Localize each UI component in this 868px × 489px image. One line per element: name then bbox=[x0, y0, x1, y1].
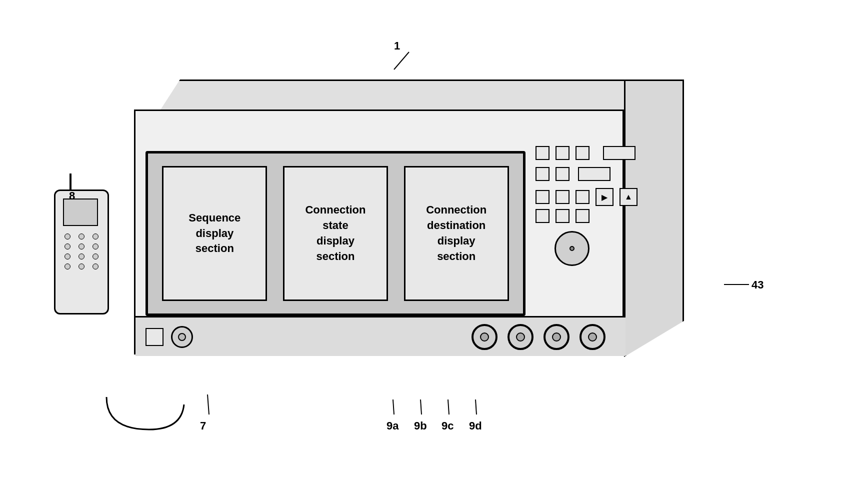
control-panel: ▶ ▲ bbox=[536, 141, 623, 341]
sequence-display-text: Sequencedisplaysection bbox=[188, 210, 240, 256]
indicator-7 bbox=[556, 190, 570, 204]
ref-label-7: 7 bbox=[200, 420, 206, 432]
indicator-6 bbox=[536, 190, 550, 204]
port-9c bbox=[544, 324, 570, 350]
key-8[interactable] bbox=[78, 254, 84, 260]
handheld-keypad bbox=[64, 234, 102, 270]
port-9d bbox=[580, 324, 606, 350]
handheld-screen bbox=[63, 198, 98, 226]
device-top-face bbox=[159, 80, 684, 112]
small-connector-7 bbox=[171, 326, 193, 348]
handheld-antenna bbox=[70, 174, 72, 191]
connection-state-display-section: Connectionstatedisplaysection bbox=[283, 166, 388, 301]
indicator-4 bbox=[536, 167, 550, 181]
indicator-row-4 bbox=[536, 209, 590, 223]
device-front-face: Sequencedisplaysection Connectionstatedi… bbox=[134, 110, 624, 354]
indicator-3 bbox=[576, 146, 590, 160]
ref-label-9b: 9b bbox=[414, 420, 427, 432]
svg-line-10 bbox=[420, 400, 422, 414]
key-2[interactable] bbox=[78, 234, 84, 240]
key-5[interactable] bbox=[78, 244, 84, 250]
key-9[interactable] bbox=[92, 254, 98, 260]
indicator-10 bbox=[556, 209, 570, 223]
svg-line-9 bbox=[393, 400, 394, 414]
sequence-display-section: Sequencedisplaysection bbox=[162, 166, 267, 301]
ref-label-1: 1 bbox=[394, 40, 400, 52]
key-4[interactable] bbox=[64, 244, 70, 250]
rect-button-1[interactable] bbox=[578, 167, 610, 181]
ref-label-8: 8 bbox=[69, 190, 75, 202]
indicator-11 bbox=[576, 209, 590, 223]
key-12[interactable] bbox=[92, 264, 98, 270]
svg-line-12 bbox=[476, 400, 476, 414]
indicator-row-2 bbox=[536, 167, 610, 181]
indicator-8 bbox=[576, 190, 590, 204]
rect-button-2-container bbox=[603, 146, 636, 160]
key-3[interactable] bbox=[92, 234, 98, 240]
ref-label-9a: 9a bbox=[386, 420, 398, 432]
port-9a bbox=[472, 324, 498, 350]
indicator-row-1 bbox=[536, 146, 590, 160]
connection-destination-display-section: Connectiondestinationdisplaysection bbox=[404, 166, 509, 301]
dial-center bbox=[570, 246, 574, 251]
up-button[interactable]: ▲ bbox=[620, 188, 638, 206]
key-6[interactable] bbox=[92, 244, 98, 250]
connection-state-display-text: Connectionstatedisplaysection bbox=[305, 202, 366, 264]
connection-destination-display-text: Connectiondestinationdisplaysection bbox=[426, 202, 486, 264]
handheld-body bbox=[54, 190, 109, 314]
device-right-face bbox=[624, 80, 684, 357]
bottom-square-button[interactable] bbox=[146, 328, 164, 346]
port-9b-inner bbox=[516, 332, 525, 342]
display-panel: Sequencedisplaysection Connectionstatedi… bbox=[146, 151, 526, 316]
indicator-row-3: ▶ ▲ bbox=[536, 188, 638, 206]
ref-label-43: 43 bbox=[752, 278, 764, 292]
port-9b bbox=[508, 324, 534, 350]
key-1[interactable] bbox=[64, 234, 70, 240]
handheld-device-8 bbox=[54, 190, 109, 314]
rect-button-2[interactable] bbox=[603, 146, 636, 160]
device-bottom-strip bbox=[136, 316, 626, 356]
port-9c-inner bbox=[552, 332, 561, 342]
svg-line-6 bbox=[208, 394, 209, 414]
ref-label-9c: 9c bbox=[442, 420, 454, 432]
indicator-5 bbox=[556, 167, 570, 181]
indicator-1 bbox=[536, 146, 550, 160]
diagram-container: 1 4 2 5 6 3 Sequencedisplaysection Conne… bbox=[34, 20, 834, 470]
port-9d-inner bbox=[588, 332, 597, 342]
port-9a-inner bbox=[480, 332, 489, 342]
indicator-2 bbox=[556, 146, 570, 160]
port-connectors bbox=[472, 324, 606, 350]
svg-line-11 bbox=[448, 400, 449, 414]
svg-line-0 bbox=[394, 52, 409, 70]
ref-label-9d: 9d bbox=[469, 420, 482, 432]
play-button[interactable]: ▶ bbox=[596, 188, 614, 206]
key-7[interactable] bbox=[64, 254, 70, 260]
device-body: Sequencedisplaysection Connectionstatedi… bbox=[134, 80, 684, 360]
key-11[interactable] bbox=[78, 264, 84, 270]
indicator-9 bbox=[536, 209, 550, 223]
key-10[interactable] bbox=[64, 264, 70, 270]
rotary-dial[interactable] bbox=[554, 231, 590, 266]
connector-7-inner bbox=[178, 333, 186, 341]
